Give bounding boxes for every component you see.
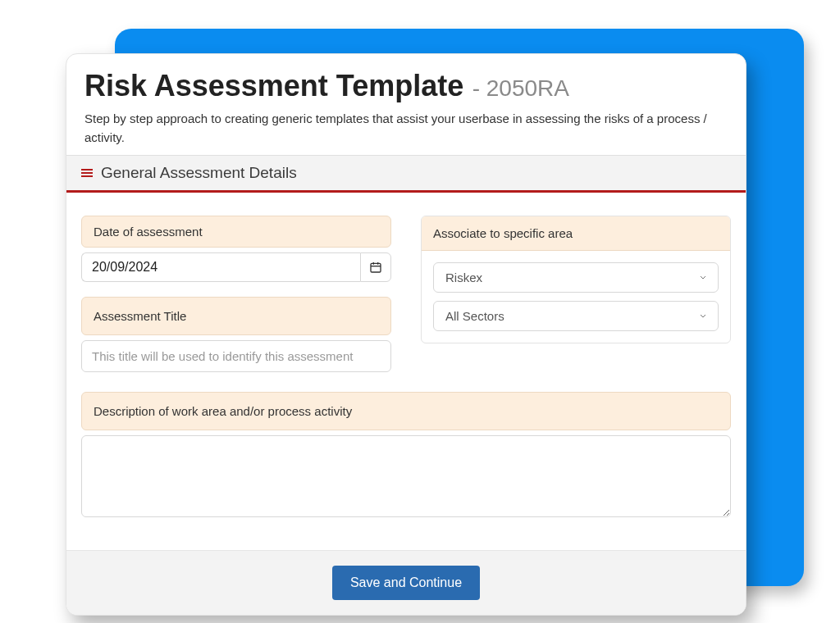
associate-select-riskex[interactable]: Riskex xyxy=(433,262,719,293)
left-column: Date of assessment xyxy=(81,216,391,387)
calendar-icon xyxy=(369,261,382,274)
date-field-group: Date of assessment xyxy=(81,216,391,282)
description-textarea[interactable] xyxy=(81,435,731,517)
description-field-group: Description of work area and/or process … xyxy=(81,392,731,521)
form-footer: Save and Continue xyxy=(66,550,746,615)
associate-panel: Associate to specific area Riskex All Se… xyxy=(421,216,731,343)
page-subtitle: Step by step approach to creating generi… xyxy=(84,110,728,147)
risk-assessment-form-card: Risk Assessment Template - 2050RA Step b… xyxy=(66,53,746,616)
select-value: Riskex xyxy=(445,271,482,284)
section-title: General Assessment Details xyxy=(101,164,297,182)
assessment-title-input[interactable] xyxy=(81,340,391,372)
section-header-general: General Assessment Details xyxy=(66,155,746,193)
description-label: Description of work area and/or process … xyxy=(81,392,731,430)
calendar-button[interactable] xyxy=(360,252,391,282)
select-value: All Sectors xyxy=(445,309,504,323)
form-body: Date of assessment xyxy=(66,193,746,535)
page-header: Risk Assessment Template - 2050RA Step b… xyxy=(66,54,746,155)
date-input[interactable] xyxy=(81,252,360,282)
save-and-continue-button[interactable]: Save and Continue xyxy=(332,566,480,600)
title-label: Assessment Title xyxy=(81,297,391,335)
chevron-down-icon xyxy=(698,309,708,323)
date-label: Date of assessment xyxy=(81,216,391,248)
right-column: Associate to specific area Riskex All Se… xyxy=(421,216,731,343)
associate-select-sectors[interactable]: All Sectors xyxy=(433,301,719,331)
page-title-code: - 2050RA xyxy=(472,75,569,101)
list-icon xyxy=(81,169,93,177)
page-title: Risk Assessment Template xyxy=(84,69,463,102)
chevron-down-icon xyxy=(698,271,708,284)
svg-rect-0 xyxy=(371,263,381,272)
title-field-group: Assessment Title xyxy=(81,297,391,372)
associate-label: Associate to specific area xyxy=(422,216,730,251)
